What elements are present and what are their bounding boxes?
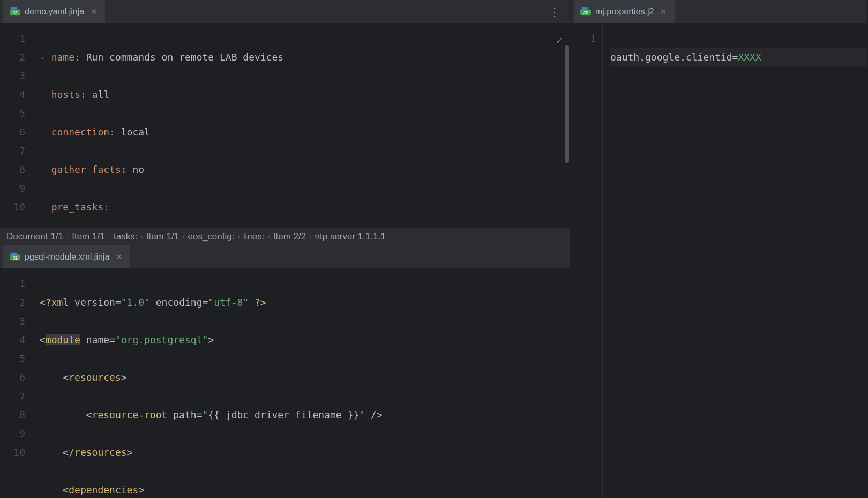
crumb[interactable]: lines: xyxy=(243,231,265,242)
inspection-ok-icon[interactable]: ✓ xyxy=(556,31,563,50)
editor-pane-top-left: J2 demo.yaml.jinja ✕ ⋮ 1 2 3 4 5 6 7 8 9… xyxy=(0,0,571,245)
breadcrumb[interactable]: Document 1/1› Item 1/1› tasks:› Item 1/1… xyxy=(0,228,570,245)
close-icon[interactable]: ✕ xyxy=(658,7,669,17)
ide-root: J2 demo.yaml.jinja ✕ ⋮ 1 2 3 4 5 6 7 8 9… xyxy=(0,0,868,498)
editor-pane-top-right: J2 mj.properties.j2 ✕ 1 oauth.google.cli… xyxy=(571,0,868,498)
scrollbar[interactable] xyxy=(564,24,570,228)
code-editor-yaml[interactable]: 1 2 3 4 5 6 7 8 9 10 - name: Run command… xyxy=(0,24,570,228)
crumb[interactable]: Item 2/2 xyxy=(273,231,306,242)
code-editor-xml[interactable]: 1 2 3 4 5 6 7 8 9 10 <?xml version="1.0"… xyxy=(0,269,570,497)
code-body[interactable]: - name: Run commands on remote LAB devic… xyxy=(32,24,570,228)
editor-tab-pgsql-module[interactable]: J2 pgsql-module.xml.jinja ✕ xyxy=(3,245,130,268)
line-gutter: 1 2 3 4 5 6 7 8 9 10 xyxy=(0,269,32,497)
svg-text:J2: J2 xyxy=(12,10,18,15)
crumb[interactable]: ntp server 1.1.1.1 xyxy=(315,231,386,242)
tab-bar: J2 pgsql-module.xml.jinja ✕ xyxy=(0,245,570,269)
tab-label: pgsql-module.xml.jinja xyxy=(25,252,109,262)
svg-rect-2 xyxy=(11,7,17,10)
j2-icon: J2 xyxy=(10,253,20,261)
crumb[interactable]: Item 1/1 xyxy=(146,231,179,242)
tab-bar: J2 demo.yaml.jinja ✕ ⋮ xyxy=(0,0,570,24)
close-icon[interactable]: ✕ xyxy=(88,7,100,17)
close-icon[interactable]: ✕ xyxy=(114,252,125,262)
svg-rect-8 xyxy=(11,252,17,255)
code-body[interactable]: oauth.google.clientid=XXXX xyxy=(603,24,867,497)
tab-label: demo.yaml.jinja xyxy=(25,7,84,17)
editor-tab-demo-yaml[interactable]: J2 demo.yaml.jinja ✕ xyxy=(3,0,105,23)
svg-text:J2: J2 xyxy=(583,10,588,15)
line-gutter: 1 2 3 4 5 6 7 8 9 10 xyxy=(0,24,32,228)
svg-text:J2: J2 xyxy=(12,255,18,260)
tab-bar: J2 mj.properties.j2 ✕ xyxy=(571,0,867,24)
editor-pane-bottom-left: J2 pgsql-module.xml.jinja ✕ 1 2 3 4 5 6 … xyxy=(0,245,571,498)
crumb[interactable]: eos_config: xyxy=(188,231,234,242)
code-body[interactable]: <?xml version="1.0" encoding="utf-8" ?> … xyxy=(32,269,570,497)
code-editor-properties[interactable]: 1 oauth.google.clientid=XXXX xyxy=(571,24,867,497)
crumb[interactable]: Item 1/1 xyxy=(72,231,104,242)
editor-tab-mj-properties[interactable]: J2 mj.properties.j2 ✕ xyxy=(574,0,675,23)
j2-icon: J2 xyxy=(580,7,591,16)
j2-icon: J2 xyxy=(10,7,20,16)
tab-label: mj.properties.j2 xyxy=(595,7,654,17)
line-gutter: 1 xyxy=(571,24,603,497)
crumb[interactable]: tasks: xyxy=(114,231,137,242)
svg-rect-5 xyxy=(582,7,588,10)
crumb[interactable]: Document 1/1 xyxy=(6,231,63,242)
